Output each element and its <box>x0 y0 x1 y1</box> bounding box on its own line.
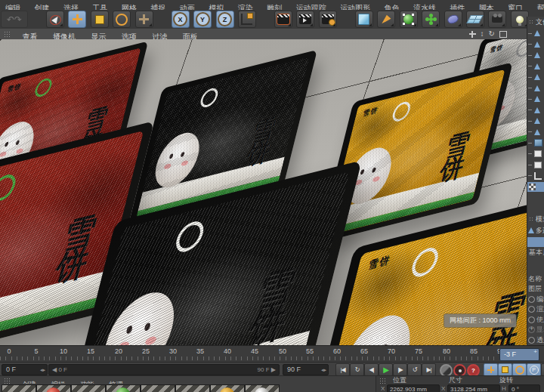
coordinate-system-button[interactable] <box>238 11 256 28</box>
rotate-view-icon[interactable]: ↻ <box>489 29 495 39</box>
deformer-button[interactable] <box>422 11 440 28</box>
record-scale-toggle[interactable] <box>498 363 512 376</box>
spline-pen-button[interactable] <box>377 11 395 28</box>
menu-item[interactable]: 模拟 <box>203 3 229 10</box>
material-thumb-white[interactable] <box>245 384 280 392</box>
mode-menu[interactable]: 模式 <box>536 215 544 223</box>
scale-tool-button[interactable] <box>91 11 109 28</box>
render-picture-viewer-button[interactable] <box>296 11 314 28</box>
stepper-icon[interactable]: ◂▸ <box>40 365 45 375</box>
rot-h-field[interactable]: 0 ° <box>508 384 540 392</box>
file-menu[interactable]: 文件 <box>536 18 544 26</box>
add-primitive-button[interactable] <box>355 11 373 28</box>
menu-item[interactable]: 捕捉 <box>145 3 171 10</box>
menu-item[interactable]: 运动图形 <box>335 3 376 10</box>
selected-texture-row[interactable] <box>527 182 544 192</box>
menu-item[interactable]: 雕刻 <box>261 3 287 10</box>
panel-grip-icon[interactable] <box>529 217 534 222</box>
object-row[interactable] <box>527 159 544 171</box>
object-row[interactable] <box>527 61 544 73</box>
timeline-ruler[interactable]: 0 5 10 15 20 25 30 35 40 45 50 55 60 65 … <box>0 345 544 363</box>
render-settings-button[interactable] <box>319 11 337 28</box>
object-row[interactable] <box>527 171 544 182</box>
menu-item[interactable]: 脚本 <box>474 3 499 10</box>
lock-z-button[interactable]: Z <box>216 11 234 28</box>
menu-item[interactable]: 动画 <box>175 3 200 10</box>
material-thumb-green[interactable] <box>106 384 141 392</box>
attr-row[interactable]: 透显 <box>527 335 544 346</box>
object-row[interactable] <box>527 28 544 39</box>
menu-item[interactable]: 网格 <box>116 3 142 10</box>
object-row[interactable] <box>527 105 544 116</box>
menu-item[interactable]: 渲染 <box>233 3 258 10</box>
render-view-button[interactable] <box>274 11 292 28</box>
object-row[interactable] <box>527 137 544 149</box>
last-tool-button[interactable] <box>135 11 153 28</box>
play-button[interactable]: ▶ <box>379 363 393 376</box>
panel-grip-icon[interactable] <box>4 31 10 37</box>
selected-tab-bar[interactable] <box>527 237 544 247</box>
menu-item[interactable]: 窗口 <box>502 3 528 10</box>
panel-stepper-icon[interactable]: + <box>530 325 533 332</box>
pan-view-icon[interactable] <box>469 31 476 38</box>
record-position-toggle[interactable] <box>484 363 498 376</box>
undo-redo-button[interactable]: ↶↷ <box>1 11 28 28</box>
end-frame-field[interactable]: 90 F◂▸ <box>283 364 329 375</box>
object-row[interactable] <box>527 116 544 127</box>
size-x-field[interactable]: 3128.254 mm <box>447 384 500 392</box>
attr-row[interactable]: 渲染器可见 <box>527 304 544 315</box>
3d-viewport[interactable]: 雪饼 雪饼 雪饼 雪饼 雪饼 雪饼 雪饼 <box>0 39 527 345</box>
pos-x-field[interactable]: 2262.903 mm <box>387 384 440 392</box>
move-tool-button[interactable] <box>68 11 86 28</box>
menu-item[interactable]: 选择 <box>58 3 84 10</box>
panel-grip-icon[interactable] <box>529 20 534 25</box>
basic-tab-label[interactable]: 基本属性 <box>527 248 544 258</box>
object-row[interactable] <box>527 39 544 51</box>
material-thumb-red[interactable] <box>36 384 71 392</box>
loop-button[interactable]: ↻ <box>350 363 364 376</box>
floor-environment-button[interactable] <box>466 11 484 28</box>
object-row[interactable] <box>527 127 544 138</box>
panel-grip-icon[interactable] <box>379 378 385 384</box>
lock-y-button[interactable]: Y <box>193 11 212 28</box>
record-rotation-toggle[interactable] <box>512 363 527 376</box>
menu-item[interactable]: 工具 <box>87 3 113 10</box>
material-thumb-striped[interactable] <box>175 384 210 392</box>
material-thumb-striped[interactable] <box>141 384 175 392</box>
frame-offset-field[interactable]: -3 F+ <box>499 348 539 361</box>
menu-item[interactable]: 运动跟踪 <box>291 3 332 10</box>
zoom-view-icon[interactable]: ↕ <box>481 29 484 39</box>
record-pla-toggle[interactable] <box>541 363 544 376</box>
current-frame-field[interactable]: 0 F◂▸ <box>2 364 48 375</box>
live-selection-button[interactable] <box>46 11 64 28</box>
object-row[interactable] <box>527 72 544 83</box>
camera-button[interactable] <box>488 11 506 28</box>
record-parameter-toggle[interactable]: P <box>527 363 541 376</box>
menu-item[interactable]: 角色 <box>379 3 404 10</box>
attr-row[interactable]: 编辑器可见 <box>527 295 544 305</box>
stepper-icon[interactable]: + <box>533 350 537 354</box>
menu-item[interactable]: 插件 <box>444 3 470 10</box>
rotate-tool-button[interactable] <box>113 11 131 28</box>
lock-x-button[interactable]: X <box>172 11 190 28</box>
material-thumb-striped[interactable] <box>71 384 106 392</box>
object-row[interactable] <box>527 50 544 61</box>
next-key-button[interactable]: |▶ <box>393 363 407 376</box>
menu-item[interactable]: 帮助 <box>532 3 544 10</box>
menu-item[interactable]: 编辑 <box>0 3 26 10</box>
object-row[interactable] <box>527 83 544 94</box>
object-row[interactable] <box>527 94 544 105</box>
attr-row[interactable]: 使用颜色 <box>527 315 544 326</box>
menu-item[interactable]: 创建 <box>29 3 54 10</box>
prev-key-button[interactable]: ◀| <box>364 363 379 376</box>
maximize-view-icon[interactable] <box>499 31 507 38</box>
reverse-button[interactable]: ↺ <box>407 363 422 376</box>
subdivision-surface-button[interactable] <box>400 11 418 28</box>
material-thumb-orange[interactable] <box>210 384 245 392</box>
goto-start-button[interactable]: |◀ <box>335 363 350 376</box>
material-thumb-striped[interactable] <box>2 384 36 392</box>
goto-end-button[interactable]: ▶| <box>422 363 436 376</box>
panel-grip-icon[interactable] <box>4 378 10 384</box>
menu-item[interactable]: 流水线 <box>408 3 441 10</box>
object-row[interactable] <box>527 149 544 160</box>
